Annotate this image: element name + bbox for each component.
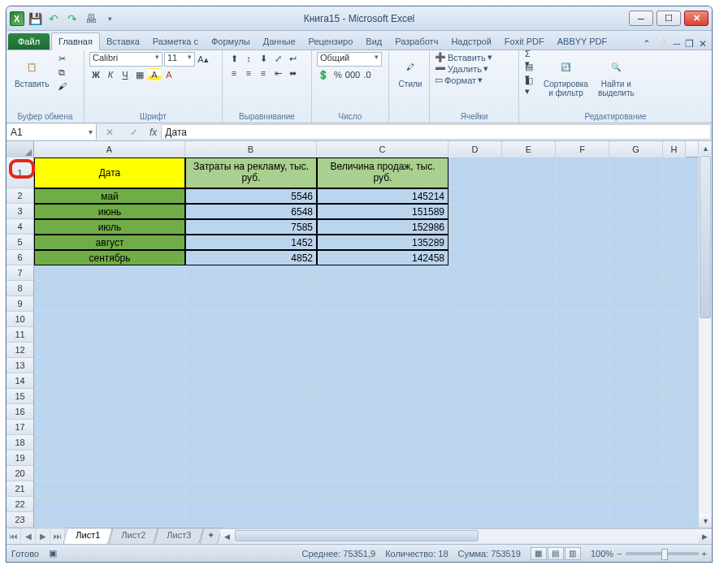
- zoom-control[interactable]: 100% − +: [591, 549, 707, 559]
- help-icon[interactable]: ❔: [656, 38, 668, 50]
- ribbon-minimize-icon[interactable]: ⌃: [643, 38, 651, 50]
- row-header[interactable]: 3: [6, 204, 33, 219]
- align-middle-icon[interactable]: ↕: [242, 52, 255, 65]
- print-icon[interactable]: 🖶: [83, 11, 99, 27]
- row-header[interactable]: 16: [6, 404, 33, 420]
- scroll-thumb-h[interactable]: [235, 530, 479, 541]
- merge-icon[interactable]: ⬌: [286, 67, 299, 80]
- paste-button[interactable]: 📋 Вставить: [11, 52, 52, 90]
- sheet-tab-3[interactable]: Лист3: [154, 528, 203, 544]
- formula-input[interactable]: Дата: [161, 124, 711, 140]
- save-icon[interactable]: 💾: [27, 11, 43, 27]
- fill-color-icon[interactable]: A: [148, 68, 161, 81]
- indent-dec-icon[interactable]: ⇤: [271, 67, 284, 80]
- fx-icon[interactable]: fx: [146, 123, 160, 140]
- align-left-icon[interactable]: ≡: [228, 67, 240, 80]
- cell-C4[interactable]: 152986: [317, 219, 448, 235]
- tab-nav-buttons[interactable]: ⏮◀▶⏭: [6, 528, 65, 544]
- inc-decimal-icon[interactable]: .0: [361, 68, 374, 81]
- cell-C5[interactable]: 135289: [317, 235, 448, 250]
- row-header[interactable]: 2: [6, 188, 33, 204]
- cell-B2[interactable]: 5546: [185, 188, 317, 204]
- cell-B5[interactable]: 1452: [185, 235, 317, 250]
- cell-C6[interactable]: 142458: [317, 250, 448, 265]
- scroll-down-icon[interactable]: ▼: [699, 514, 712, 528]
- cell-C1[interactable]: Величина продаж, тыс. руб.: [317, 157, 448, 188]
- cell[interactable]: [556, 157, 609, 188]
- grow-font-icon[interactable]: A▴: [197, 53, 210, 66]
- redo-icon[interactable]: ↷: [64, 11, 80, 27]
- doc-restore-icon[interactable]: ❐: [685, 38, 694, 50]
- row-header[interactable]: 14: [6, 373, 33, 389]
- tab-layout[interactable]: Разметка с: [146, 33, 205, 50]
- cell[interactable]: [609, 157, 663, 188]
- col-header-E[interactable]: E: [502, 141, 556, 157]
- tab-developer[interactable]: Разработч: [388, 33, 444, 50]
- tab-insert[interactable]: Вставка: [100, 33, 146, 50]
- font-name-select[interactable]: Calibri: [89, 52, 162, 67]
- cell-A5[interactable]: август: [34, 235, 185, 250]
- row-header[interactable]: 23: [6, 512, 33, 528]
- underline-button[interactable]: Ч: [119, 68, 132, 81]
- orientation-icon[interactable]: ⤢: [271, 52, 284, 65]
- comma-icon[interactable]: 000: [346, 68, 359, 81]
- copy-icon[interactable]: ⧉: [55, 66, 68, 79]
- clear-icon[interactable]: ◧ ▾: [524, 80, 537, 93]
- sheet-tab-2[interactable]: Лист2: [108, 528, 158, 544]
- tab-file[interactable]: Файл: [8, 33, 50, 50]
- row-header[interactable]: 1: [6, 157, 33, 188]
- view-page-break-icon[interactable]: ▥: [565, 547, 581, 560]
- bold-button[interactable]: Ж: [89, 68, 102, 81]
- doc-close-icon[interactable]: ✕: [699, 38, 707, 50]
- undo-icon[interactable]: ↶: [46, 11, 62, 27]
- scroll-left-icon[interactable]: ◀: [220, 529, 234, 543]
- row-header[interactable]: 11: [6, 327, 33, 343]
- cell-B1[interactable]: Затраты на рекламу, тыс. руб.: [185, 157, 317, 188]
- percent-icon[interactable]: %: [332, 68, 344, 81]
- col-header-G[interactable]: G: [609, 141, 663, 157]
- tab-abbyy[interactable]: ABBYY PDF: [551, 33, 614, 50]
- view-normal-icon[interactable]: ▦: [531, 547, 547, 560]
- row-header[interactable]: 4: [6, 219, 33, 235]
- row-header[interactable]: 13: [6, 358, 33, 373]
- vertical-scrollbar[interactable]: ▲ ▼: [698, 141, 712, 528]
- row-header[interactable]: 19: [6, 451, 33, 466]
- border-icon[interactable]: ▦: [133, 68, 146, 81]
- insert-cells-button[interactable]: ➕Вставить ▾: [435, 52, 492, 63]
- cell-A1[interactable]: Дата: [34, 157, 185, 188]
- maximize-button[interactable]: ☐: [656, 11, 681, 26]
- currency-icon[interactable]: 💲: [317, 68, 330, 81]
- zoom-out-icon[interactable]: −: [617, 549, 622, 559]
- cell[interactable]: [663, 157, 686, 188]
- cell-B6[interactable]: 4852: [185, 250, 317, 265]
- macro-record-icon[interactable]: ▣: [49, 548, 57, 559]
- align-bottom-icon[interactable]: ⬇: [257, 52, 270, 65]
- number-format-select[interactable]: Общий: [317, 52, 382, 67]
- scroll-right-icon[interactable]: ▶: [698, 529, 712, 543]
- row-header[interactable]: 8: [6, 281, 33, 296]
- close-button[interactable]: ✕: [684, 11, 708, 26]
- align-top-icon[interactable]: ⬆: [228, 52, 240, 65]
- cell-B4[interactable]: 7585: [185, 219, 317, 235]
- row-header[interactable]: 21: [6, 481, 33, 497]
- tab-foxit[interactable]: Foxit PDF: [498, 33, 551, 50]
- doc-minimize-icon[interactable]: ─: [673, 38, 680, 50]
- cell-B3[interactable]: 6548: [185, 204, 317, 219]
- format-painter-icon[interactable]: 🖌: [55, 80, 68, 93]
- tab-review[interactable]: Рецензиро: [302, 33, 360, 50]
- cell-A6[interactable]: сентябрь: [34, 250, 185, 265]
- name-box[interactable]: A1: [7, 124, 97, 140]
- view-page-layout-icon[interactable]: ▤: [548, 547, 564, 560]
- new-sheet-button[interactable]: ✦: [199, 528, 222, 544]
- cell-C3[interactable]: 151589: [317, 204, 448, 219]
- align-right-icon[interactable]: ≡: [257, 67, 270, 80]
- zoom-in-icon[interactable]: +: [702, 549, 707, 559]
- italic-button[interactable]: К: [104, 68, 117, 81]
- delete-cells-button[interactable]: ➖Удалить ▾: [435, 63, 492, 74]
- col-header-F[interactable]: F: [556, 141, 609, 157]
- cell-A3[interactable]: июнь: [34, 204, 185, 219]
- row-header[interactable]: 18: [6, 435, 33, 451]
- tab-view[interactable]: Вид: [359, 33, 388, 50]
- minimize-button[interactable]: ─: [629, 11, 653, 26]
- wrap-text-icon[interactable]: ↩: [286, 52, 299, 65]
